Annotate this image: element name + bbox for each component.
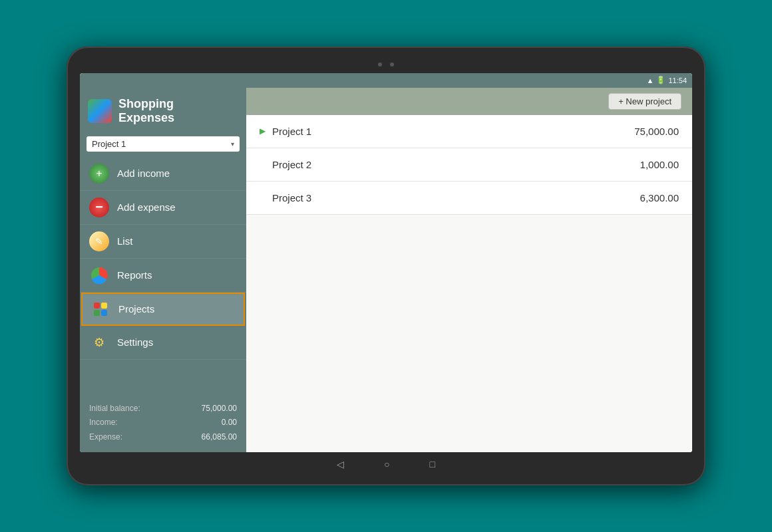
reports-icon [89,265,109,285]
add-expense-icon: − [89,198,109,217]
sidebar-item-settings[interactable]: ⚙ Settings [80,326,246,360]
tablet-bottom-bar: ◁ ○ □ [76,455,696,473]
main-content: + New project ▶ Project 1 75,000.00 ▶ [246,88,692,453]
battery-icon: 🔋 [656,76,666,84]
screen: ▲ 🔋 11:54 Shopping Expenses Proj [80,73,692,453]
wifi-icon: ▲ [647,76,654,84]
project-amount: 6,300.00 [640,192,679,203]
sidebar: Shopping Expenses Project 1 ▾ + Add inco… [80,88,246,453]
app-icon [88,99,112,123]
initial-balance-label: Initial balance: [89,402,140,416]
sidebar-summary: Initial balance: 75,000.00 Income: 0.00 … [80,395,246,453]
project-name: Project 2 [272,159,311,170]
add-income-label: Add income [117,168,170,179]
tablet-top-bar [76,59,696,70]
initial-balance-value: 75,000.00 [202,402,237,416]
expense-value: 66,085.00 [202,430,237,445]
add-income-icon: + [89,164,109,184]
recent-button[interactable]: □ [430,459,435,469]
sidebar-title: Shopping Expenses [118,97,174,126]
camera-dot [378,63,382,66]
main-toolbar: + New project [246,88,692,115]
speaker-dot [390,63,394,66]
project-name: Project 1 [272,126,311,137]
table-row[interactable]: ▶ Project 1 75,000.00 [246,115,692,148]
projects-icon [91,299,110,319]
settings-label: Settings [117,336,153,348]
back-button[interactable]: ◁ [337,459,344,469]
list-icon: ✎ [89,231,109,251]
income-row: Income: 0.00 [89,416,237,430]
sidebar-item-projects[interactable]: Projects [81,293,245,326]
time-display: 11:54 [668,76,687,84]
projects-label: Projects [118,303,154,315]
app-area: Shopping Expenses Project 1 ▾ + Add inco… [80,88,692,453]
sidebar-header: Shopping Expenses [80,88,246,132]
active-arrow-icon: ▶ [260,126,266,136]
status-icons: ▲ 🔋 11:54 [647,76,687,84]
sidebar-item-add-expense[interactable]: − Add expense [80,191,246,225]
sidebar-item-add-income[interactable]: + Add income [80,157,246,191]
new-project-button[interactable]: + New project [608,93,681,110]
income-value: 0.00 [222,416,237,430]
income-label: Income: [89,416,118,430]
table-row[interactable]: ▶ Project 3 6,300.00 [246,182,692,215]
table-row[interactable]: ▶ Project 2 1,000.00 [246,148,692,182]
project-amount: 75,000.00 [634,126,679,137]
chevron-down-icon: ▾ [231,140,234,148]
project-amount: 1,000.00 [640,159,679,170]
status-bar: ▲ 🔋 11:54 [80,73,692,88]
settings-icon: ⚙ [89,332,109,352]
sidebar-item-list[interactable]: ✎ List [80,225,246,259]
project-name: Project 3 [272,192,311,203]
projects-list: ▶ Project 1 75,000.00 ▶ Project 2 1,000.… [246,115,692,453]
tablet-shell: ▲ 🔋 11:54 Shopping Expenses Proj [67,47,705,485]
project-selector-text: Project 1 [92,139,126,149]
initial-balance-row: Initial balance: 75,000.00 [89,402,237,416]
home-button[interactable]: ○ [384,459,389,469]
add-expense-label: Add expense [117,201,176,213]
expense-label: Expense: [89,430,122,445]
sidebar-item-reports[interactable]: Reports [80,259,246,293]
project-selector[interactable]: Project 1 ▾ [87,136,240,152]
expense-row: Expense: 66,085.00 [89,430,237,445]
list-label: List [117,235,132,247]
reports-label: Reports [117,269,152,281]
